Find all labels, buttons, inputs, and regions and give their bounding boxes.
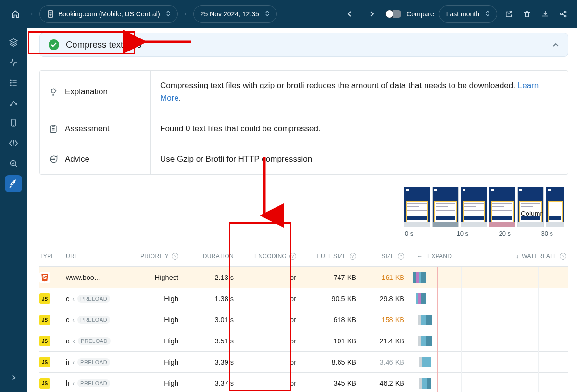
preload-tag: PRELOAD [78, 337, 111, 345]
help-icon[interactable]: ? [172, 253, 178, 260]
sidebar-item-activity[interactable] [5, 54, 22, 71]
html-icon [39, 272, 50, 283]
th-size[interactable]: SIZE? [365, 253, 413, 260]
th-waterfall: ← EXPAND ↓ WATERFALL ? [413, 253, 568, 260]
url-text: www.boo… [66, 274, 101, 281]
help-icon[interactable]: ? [350, 253, 356, 260]
filmstrip-frame[interactable] [404, 187, 430, 227]
th-encoding[interactable]: ENCODING? [242, 253, 305, 260]
priority-cell: Highest [134, 274, 187, 281]
waterfall-cell[interactable] [413, 330, 568, 352]
priority-cell: High [134, 316, 187, 324]
waterfall-cell[interactable] [413, 352, 568, 373]
filmstrip-frame[interactable] [432, 187, 459, 227]
sidebar-item-search[interactable] [5, 155, 22, 172]
waterfall-cell[interactable] [413, 288, 568, 309]
resources-table: TYPE URL PRIORITY? DURATION ENCODING? FU… [39, 246, 568, 392]
waterfall-cell[interactable] [413, 373, 568, 392]
svg-point-17 [51, 89, 55, 93]
svg-point-16 [13, 181, 15, 183]
filmstrip-frame[interactable] [546, 187, 564, 227]
nav-next-button[interactable] [363, 5, 380, 23]
size-cell: 158 KB [365, 316, 413, 324]
preload-tag: PRELOAD [77, 316, 110, 324]
panel-header[interactable]: Compress text files [39, 33, 568, 57]
th-url[interactable]: URL [66, 253, 134, 260]
th-priority[interactable]: PRIORITY? [134, 253, 187, 260]
help-icon[interactable]: ? [289, 253, 296, 260]
filmstrip-frame[interactable] [489, 187, 515, 227]
download-button[interactable] [539, 7, 552, 21]
js-icon: JS [39, 336, 50, 346]
filmstrip-frame[interactable] [461, 187, 487, 227]
waterfall-cell[interactable] [413, 309, 568, 330]
sidebar-collapse[interactable] [5, 369, 22, 386]
share-button[interactable] [557, 7, 570, 21]
annotation-arrow [138, 35, 194, 51]
url-text: iı [66, 358, 69, 366]
full-size-cell: 8.65 KB [305, 358, 365, 366]
duration-cell: 3.51 s [187, 337, 242, 345]
info-body-explanation: Compressing text files with gzip or brot… [151, 71, 568, 114]
size-cell: 3.46 KB [365, 358, 413, 366]
js-icon: JS [39, 357, 50, 367]
js-icon: JS [39, 315, 50, 325]
info-body-assessment: Found 0 text files that could be compres… [151, 114, 568, 144]
th-type[interactable]: TYPE [39, 253, 66, 260]
filmstrip: ColumnInfo 0 s 10 s 20 s 30 s [404, 187, 568, 237]
info-label-assessment: Assessment [40, 114, 151, 144]
svg-point-21 [53, 159, 54, 160]
full-size-cell: 90.5 KB [305, 295, 365, 303]
priority-cell: High [134, 379, 187, 387]
table-row[interactable]: JSa‹PRELOADHigh3.51 sbr101 KB21.4 KB [39, 330, 568, 352]
sidebar-item-device[interactable] [5, 114, 22, 132]
size-cell: 21.4 KB [365, 337, 413, 345]
panel-title: Compress text files [66, 39, 141, 50]
svg-point-4 [50, 15, 51, 16]
filmstrip-frame[interactable]: ColumnInfo [517, 187, 544, 227]
duration-cell: 3.39 s [187, 358, 242, 366]
waterfall-cell[interactable] [413, 267, 568, 288]
sidebar-item-performance[interactable] [5, 175, 22, 192]
date-selector[interactable]: 25 Nov 2024, 12:35 [193, 5, 277, 23]
sidebar-item-code[interactable] [5, 135, 22, 152]
compare-toggle[interactable] [385, 10, 401, 18]
range-selector[interactable]: Last month [439, 5, 497, 23]
preload-tag: PRELOAD [77, 295, 110, 303]
js-icon: JS [39, 293, 50, 304]
table-row[interactable]: JSc‹PRELOADHigh1.38 sbr90.5 KB29.8 KB [39, 288, 568, 309]
duration-cell: 3.01 s [187, 316, 242, 324]
table-row[interactable]: JSiı‹PRELOADHigh3.39 sbr8.65 KB3.46 KB [39, 352, 568, 373]
chevron-updown-icon [166, 10, 171, 18]
info-label-explanation: Explanation [40, 71, 151, 114]
content: Compress text files Explanation Compress… [27, 28, 577, 392]
th-full-size[interactable]: FULL SIZE? [305, 253, 365, 260]
date-selector-label: 25 Nov 2024, 12:35 [201, 10, 259, 18]
svg-rect-2 [50, 13, 52, 13]
size-cell: 161 KB [365, 274, 413, 281]
size-cell: 29.8 KB [365, 295, 413, 303]
site-selector[interactable]: Booking.com (Mobile, US Central) [39, 5, 178, 23]
home-button[interactable] [7, 5, 24, 23]
clipboard-icon [49, 124, 58, 134]
nav-prev-button[interactable] [341, 5, 358, 23]
chevron-updown-icon [265, 10, 270, 18]
encoding-cell: br [242, 337, 305, 345]
sidebar-item-network[interactable] [5, 94, 22, 112]
sidebar-item-layers[interactable] [5, 34, 22, 51]
sidebar-item-list[interactable] [5, 74, 22, 91]
th-duration[interactable]: DURATION [187, 253, 242, 260]
priority-cell: High [134, 337, 187, 345]
help-icon[interactable]: ? [560, 253, 566, 260]
expand-button[interactable]: ← EXPAND [413, 253, 452, 260]
delete-button[interactable] [520, 7, 534, 21]
chevron-updown-icon [485, 10, 490, 18]
help-icon[interactable]: ? [398, 253, 404, 260]
table-row[interactable]: www.boo…Highest2.13 sbr747 KB161 KB [39, 267, 568, 288]
preload-tag: PRELOAD [77, 379, 110, 387]
preload-tag: PRELOAD [77, 358, 110, 366]
chat-icon [49, 154, 58, 164]
external-link-button[interactable] [502, 7, 515, 21]
table-row[interactable]: JSc‹PRELOADHigh3.01 sbr618 KB158 KB [39, 309, 568, 330]
table-row[interactable]: JSlı‹PRELOADHigh3.37 sbr345 KB46.2 KB [39, 373, 568, 392]
